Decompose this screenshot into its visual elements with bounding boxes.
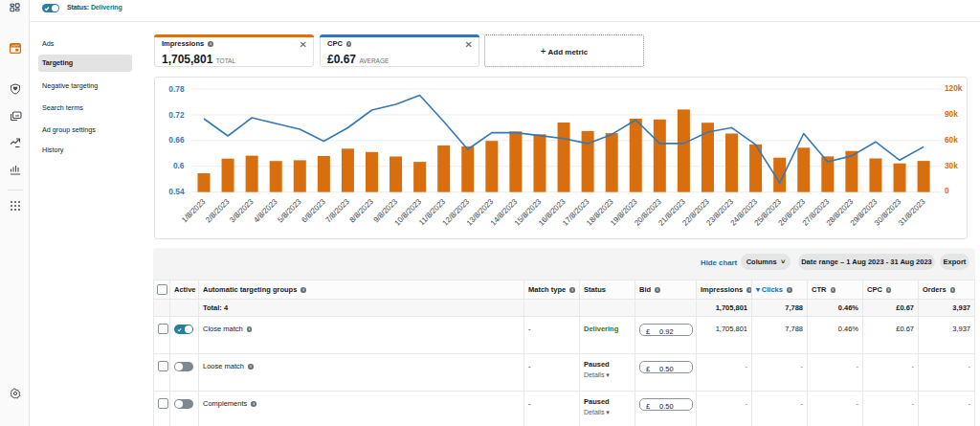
svg-text:5/8/2023: 5/8/2023 xyxy=(276,197,303,225)
svg-text:6/8/2023: 6/8/2023 xyxy=(300,197,327,225)
svg-text:7/8/2023: 7/8/2023 xyxy=(323,197,351,225)
svg-text:0.72: 0.72 xyxy=(168,110,185,120)
svg-text:1/8/2023: 1/8/2023 xyxy=(180,197,208,225)
svg-text:31/8/2023: 31/8/2023 xyxy=(897,197,927,228)
svg-text:4/8/2023: 4/8/2023 xyxy=(252,197,279,225)
svg-text:60k: 60k xyxy=(945,135,958,145)
svg-text:8/8/2023: 8/8/2023 xyxy=(348,197,376,225)
svg-text:0.66: 0.66 xyxy=(168,135,185,145)
svg-text:0.78: 0.78 xyxy=(168,84,185,94)
svg-text:90k: 90k xyxy=(945,109,958,119)
svg-text:0.54: 0.54 xyxy=(168,187,185,196)
svg-text:0.6: 0.6 xyxy=(173,161,185,170)
svg-text:120k: 120k xyxy=(945,83,963,93)
svg-text:30k: 30k xyxy=(945,161,958,170)
svg-text:0: 0 xyxy=(945,186,949,195)
svg-text:2/8/2023: 2/8/2023 xyxy=(204,197,232,225)
svg-text:3/8/2023: 3/8/2023 xyxy=(228,197,256,225)
